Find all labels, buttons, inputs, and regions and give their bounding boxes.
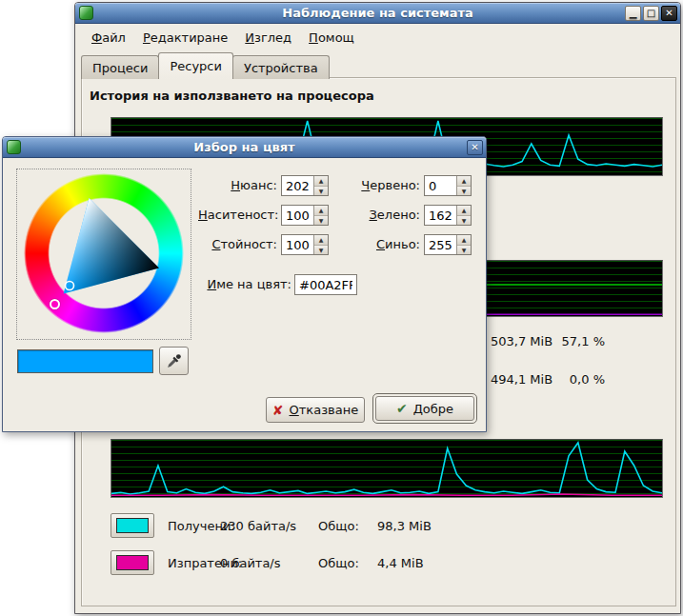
sent-color-button[interactable] — [110, 550, 154, 575]
blue-spinner: ▲▼ — [424, 234, 472, 255]
minimize-button[interactable]: ▁ — [625, 6, 641, 21]
network-received-row: Получени: 230 байта/s Общо: 98,3 MiB — [110, 513, 432, 538]
received-color-swatch — [116, 518, 149, 533]
received-total: 98,3 MiB — [377, 519, 432, 533]
memory-used-value: 503,7 MiB — [491, 334, 552, 348]
app-icon — [79, 6, 93, 20]
menubar: Файл Редактиране Изглед Помощ — [75, 26, 680, 49]
hue-spinner: ▲▼ — [281, 175, 329, 196]
red-spin-up-icon[interactable]: ▲ — [457, 176, 471, 187]
sent-label: Изпратени: — [168, 556, 220, 570]
menu-help[interactable]: Помощ — [300, 28, 363, 48]
tab-processes[interactable]: Процеси — [81, 55, 159, 79]
hue-spin-up-icon[interactable]: ▲ — [314, 176, 328, 187]
blue-spin-down-icon[interactable]: ▼ — [457, 246, 471, 255]
color-name-input[interactable] — [294, 274, 357, 295]
hue-input[interactable] — [282, 176, 313, 195]
cancel-button-label: Отказване — [290, 403, 359, 417]
color-name-label: Име на цвят: — [198, 277, 291, 291]
received-total-label: Общо: — [318, 519, 377, 533]
swap-used-value: 494,1 MiB — [491, 372, 552, 387]
green-input[interactable] — [425, 206, 456, 225]
tab-resources[interactable]: Ресурси — [158, 52, 233, 79]
sent-total-label: Общо: — [318, 556, 377, 570]
tab-bar: Процеси Ресурси Устройства — [81, 52, 329, 79]
ok-button[interactable]: ✔ Добре — [375, 396, 474, 421]
saturation-label: Наситеност: — [198, 208, 277, 222]
red-input[interactable] — [425, 176, 456, 195]
dialog-title: Избор на цвят — [193, 140, 294, 154]
menu-edit[interactable]: Редактиране — [134, 28, 236, 48]
saturation-spin-down-icon[interactable]: ▼ — [314, 216, 328, 226]
eyedropper-button[interactable] — [159, 347, 189, 375]
sent-total: 4,4 MiB — [377, 556, 424, 570]
received-rate: 230 байта/s — [220, 519, 318, 533]
value-label: Стойност: — [198, 237, 277, 251]
maximize-button[interactable]: □ — [643, 6, 659, 21]
red-spin-down-icon[interactable]: ▼ — [457, 187, 471, 196]
saturation-spinner: ▲▼ — [281, 205, 329, 226]
main-titlebar[interactable]: Наблюдение на системата ▁ □ ✕ — [75, 3, 680, 24]
hue-label: Нюанс: — [198, 178, 277, 192]
cancel-icon: ✘ — [272, 403, 284, 418]
cpu-history-heading: История на използването на процесора — [90, 89, 374, 103]
received-color-button[interactable] — [110, 513, 154, 538]
value-spin-down-icon[interactable]: ▼ — [314, 246, 328, 255]
ok-button-label: Добре — [413, 402, 453, 416]
menu-file[interactable]: Файл — [83, 28, 134, 48]
network-history-chart — [110, 439, 663, 498]
green-spin-down-icon[interactable]: ▼ — [457, 216, 471, 226]
received-label: Получени: — [168, 519, 220, 533]
hue-selector[interactable] — [50, 299, 60, 309]
value-spinner: ▲▼ — [281, 234, 329, 255]
blue-spin-up-icon[interactable]: ▲ — [457, 235, 471, 246]
dialog-close-button[interactable]: ✕ — [467, 140, 483, 155]
close-button[interactable]: ✕ — [661, 6, 677, 21]
value-spin-up-icon[interactable]: ▲ — [314, 235, 328, 246]
cancel-button[interactable]: ✘ Отказване — [266, 397, 365, 423]
color-preview — [17, 349, 153, 373]
red-spinner: ▲▼ — [424, 175, 472, 196]
saturation-input[interactable] — [282, 206, 313, 225]
sent-color-swatch — [116, 555, 149, 570]
swap-used-percent: 0,0 % — [550, 372, 605, 387]
blue-label: Синьо: — [341, 237, 420, 251]
green-spinner: ▲▼ — [424, 205, 472, 226]
value-input[interactable] — [282, 235, 313, 254]
blue-input[interactable] — [425, 235, 456, 254]
dialog-titlebar[interactable]: Избор на цвят ✕ — [3, 137, 486, 158]
color-wheel-area — [16, 169, 191, 340]
color-picker-dialog: Избор на цвят ✕ — [2, 136, 487, 432]
green-label: Зелено: — [341, 208, 420, 222]
network-sent-row: Изпратени: 0 байта/s Общо: 4,4 MiB — [110, 550, 424, 575]
menu-view[interactable]: Изглед — [236, 28, 300, 48]
memory-used-percent: 57,1 % — [550, 334, 605, 348]
tab-devices[interactable]: Устройства — [232, 55, 330, 79]
eyedropper-icon — [166, 353, 182, 369]
red-label: Червено: — [341, 178, 420, 192]
dialog-icon — [7, 140, 21, 154]
window-title: Наблюдение на системата — [282, 6, 473, 20]
ok-icon: ✔ — [396, 401, 408, 416]
sent-rate: 0 байта/s — [220, 556, 318, 570]
default-button-frame: ✔ Добре — [372, 393, 477, 424]
hue-spin-down-icon[interactable]: ▼ — [314, 187, 328, 196]
hsv-triangle[interactable] — [24, 173, 184, 333]
green-spin-up-icon[interactable]: ▲ — [457, 206, 471, 216]
saturation-spin-up-icon[interactable]: ▲ — [314, 206, 328, 216]
